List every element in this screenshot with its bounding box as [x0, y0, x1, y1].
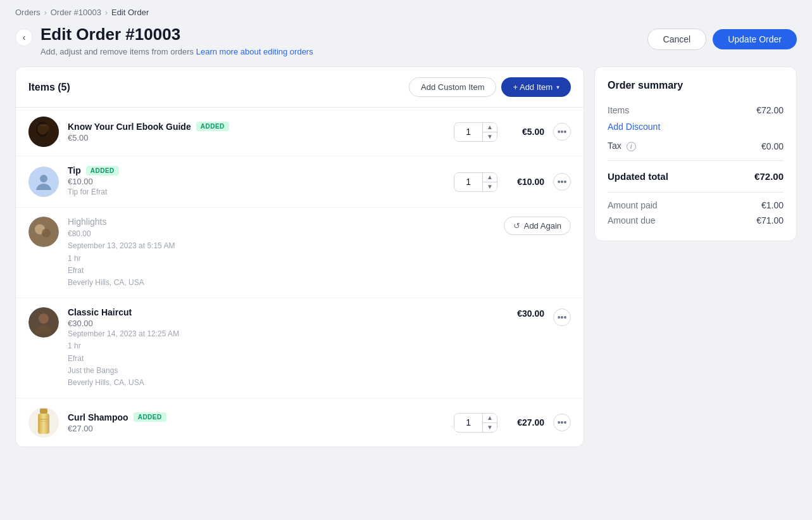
curl-ebook-image	[28, 117, 59, 147]
breadcrumb-orders[interactable]: Orders	[15, 8, 41, 17]
item-name: Know Your Curl Ebook Guide	[68, 122, 191, 132]
item-name: Classic Haircut	[68, 307, 132, 317]
item-info: Tip ADDED €10.00 Tip for Efrat	[68, 165, 445, 198]
item-detail-location: Beverly Hills, CA, USA	[68, 277, 495, 289]
quantity-stepper[interactable]	[454, 173, 482, 191]
back-button[interactable]: ‹	[15, 29, 33, 46]
svg-rect-11	[39, 419, 48, 420]
qty-down-button[interactable]: ▼	[483, 132, 497, 141]
breadcrumb: Orders › Order #10003 › Edit Order	[0, 0, 812, 22]
item-info: Highlights €80.00 September 13, 2023 at …	[68, 217, 495, 289]
items-actions: Add Custom Item + Add Item ▾	[409, 77, 571, 97]
item-more-button[interactable]: •••	[553, 414, 571, 431]
summary-tax-label: Tax i	[608, 141, 636, 151]
item-detail-location: Beverly Hills, CA, USA	[68, 377, 497, 389]
item-info: Classic Haircut €30.00 September 14, 202…	[68, 307, 497, 389]
breadcrumb-sep-1: ›	[44, 8, 47, 17]
update-order-button[interactable]: Update Order	[713, 29, 797, 49]
status-badge: ADDED	[86, 166, 119, 175]
item-name-row: Know Your Curl Ebook Guide ADDED	[68, 122, 445, 132]
add-again-button[interactable]: ↺ Add Again	[504, 217, 571, 235]
summary-panel: Order summary Items €72.00 Add Discount …	[594, 67, 797, 447]
add-item-button[interactable]: + Add Item ▾	[501, 77, 571, 97]
ellipsis-icon: •••	[558, 177, 567, 187]
add-custom-item-button[interactable]: Add Custom Item	[409, 77, 496, 97]
avatar	[28, 217, 59, 247]
amount-due-value: €71.00	[756, 215, 784, 225]
person-icon	[34, 172, 53, 191]
item-price: €30.00	[68, 319, 497, 328]
quantity-control: ▲ ▼	[454, 172, 497, 192]
breadcrumb-order[interactable]: Order #10003	[51, 8, 101, 17]
tip-avatar	[28, 167, 59, 197]
svg-point-5	[42, 229, 51, 238]
qty-arrows: ▲ ▼	[482, 414, 497, 432]
page-subtitle: Add, adjust and remove items from orders…	[41, 47, 313, 56]
item-detail: Tip for Efrat	[68, 186, 445, 198]
qty-box: ▲ ▼	[454, 172, 497, 192]
item-total: €10.00	[506, 177, 544, 187]
item-price: €5.00	[68, 133, 445, 143]
qty-up-button[interactable]: ▲	[483, 123, 497, 132]
avatar	[28, 117, 59, 147]
svg-rect-12	[39, 421, 48, 422]
item-total: €30.00	[506, 308, 544, 319]
item-more-button[interactable]: •••	[553, 308, 571, 326]
qty-up-button[interactable]: ▲	[483, 173, 497, 182]
amount-due-label: Amount due	[608, 215, 656, 225]
status-badge: ADDED	[196, 122, 229, 131]
items-panel: Items (5) Add Custom Item + Add Item ▾	[15, 67, 584, 447]
item-price: €80.00	[68, 228, 495, 240]
summary-paid-row: Amount paid €1.00	[608, 198, 784, 213]
summary-due-row: Amount due €71.00	[608, 213, 784, 228]
learn-more-link[interactable]: Learn more about editing orders	[196, 47, 313, 56]
summary-divider	[608, 160, 784, 161]
add-again-label: Add Again	[524, 221, 561, 231]
page-title-area: Edit Order #10003 Add, adjust and remove…	[41, 25, 313, 56]
item-name-row: Highlights	[68, 217, 495, 227]
table-row: Highlights €80.00 September 13, 2023 at …	[16, 208, 584, 298]
haircut-image	[28, 307, 59, 338]
summary-items-value: €72.00	[756, 105, 784, 115]
add-discount-button[interactable]: Add Discount	[608, 119, 784, 137]
summary-total-row: Updated total €72.00	[608, 166, 784, 187]
summary-card: Order summary Items €72.00 Add Discount …	[594, 67, 797, 241]
quantity-stepper[interactable]	[454, 414, 482, 431]
svg-rect-10	[38, 414, 49, 434]
avatar	[28, 167, 59, 197]
item-name-row: Curl Shampoo ADDED	[68, 412, 445, 422]
item-more-button[interactable]: •••	[553, 123, 571, 141]
page-title: Edit Order #10003	[41, 25, 313, 44]
table-row: Know Your Curl Ebook Guide ADDED €5.00 ▲…	[16, 108, 584, 156]
item-name: Highlights	[68, 217, 106, 227]
quantity-control: ▲ ▼	[454, 122, 497, 142]
qty-up-button[interactable]: ▲	[483, 414, 497, 423]
qty-arrows: ▲ ▼	[482, 123, 497, 141]
breadcrumb-current: Edit Order	[111, 8, 149, 17]
add-item-label: + Add Item	[513, 82, 553, 92]
breadcrumb-sep-2: ›	[105, 8, 108, 17]
summary-total-value: €72.00	[754, 171, 784, 182]
quantity-stepper[interactable]	[454, 123, 482, 141]
summary-tax-row: Tax i €0.00	[608, 137, 784, 155]
highlights-image	[28, 217, 59, 247]
item-price: €10.00	[68, 177, 445, 186]
item-info: Curl Shampoo ADDED €27.00	[68, 412, 445, 433]
item-detail-duration: 1 hr	[68, 253, 495, 265]
tax-info-icon[interactable]: i	[627, 142, 636, 151]
cancel-button[interactable]: Cancel	[647, 29, 707, 50]
table-row: Curl Shampoo ADDED €27.00 ▲ ▼ €27.00 •••	[16, 398, 584, 447]
ellipsis-icon: •••	[558, 417, 567, 428]
summary-divider-2	[608, 192, 784, 193]
header-actions: Cancel Update Order	[647, 29, 797, 50]
summary-items-row: Items €72.00	[608, 101, 784, 119]
item-more-button[interactable]: •••	[553, 173, 571, 191]
table-row: Classic Haircut €30.00 September 14, 202…	[16, 298, 584, 398]
qty-box: ▲ ▼	[454, 122, 497, 142]
item-name: Curl Shampoo	[68, 412, 128, 422]
back-icon: ‹	[23, 32, 26, 42]
summary-paid-section: Amount paid €1.00 Amount due €71.00	[608, 198, 784, 228]
qty-down-button[interactable]: ▼	[483, 423, 497, 432]
items-title: Items (5)	[28, 82, 70, 93]
qty-down-button[interactable]: ▼	[483, 182, 497, 191]
